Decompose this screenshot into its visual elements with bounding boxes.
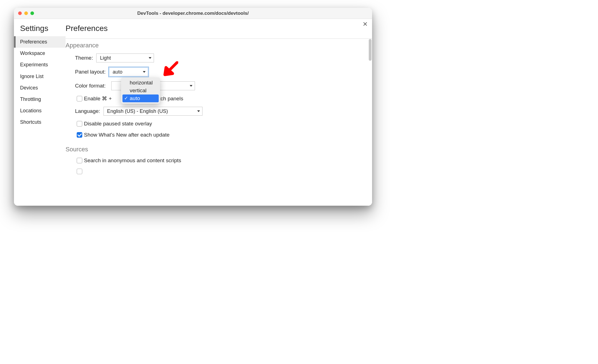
titlebar: DevTools - developer.chrome.com/docs/dev… xyxy=(14,8,372,19)
row-disable-paused-overlay: Disable paused state overlay xyxy=(77,121,366,127)
sidebar-item-ignore-list[interactable]: Ignore List xyxy=(14,71,66,82)
minimize-window-icon[interactable] xyxy=(24,11,28,15)
language-select-value: English (US) - English (US) xyxy=(107,108,168,114)
settings-sidebar: Settings Preferences Workspace Experimen… xyxy=(14,19,66,206)
theme-label: Theme: xyxy=(75,55,93,61)
annotation-arrow-icon xyxy=(163,61,178,76)
chevron-down-icon xyxy=(190,85,192,87)
theme-select-value: Light xyxy=(100,55,111,61)
sidebar-item-locations[interactable]: Locations xyxy=(14,105,66,117)
preferences-scroll-region: Appearance Theme: Light Panel layout: au… xyxy=(66,38,368,206)
panel-layout-option-auto[interactable]: auto xyxy=(122,94,159,102)
row-panel-layout: Panel layout: auto horizontal vertical a… xyxy=(75,67,366,76)
settings-title: Settings xyxy=(20,24,66,33)
row-theme: Theme: Light xyxy=(75,54,366,62)
main-panel: Preferences Appearance Theme: Light Pane… xyxy=(66,19,372,206)
cutoff-checkbox[interactable] xyxy=(77,169,82,174)
row-search-anon-scripts: Search in anonymous and content scripts xyxy=(77,157,366,164)
sidebar-item-workspace[interactable]: Workspace xyxy=(14,48,66,59)
language-label: Language: xyxy=(75,108,100,114)
page-title: Preferences xyxy=(66,24,372,33)
chevron-down-icon xyxy=(197,110,200,112)
color-format-label: Color format: xyxy=(75,83,106,89)
row-color-format: Color format: xyxy=(75,81,366,90)
search-anon-scripts-checkbox[interactable] xyxy=(77,158,82,163)
window-title: DevTools - developer.chrome.com/docs/dev… xyxy=(14,11,372,16)
enable-cmd-switch-panels-checkbox[interactable] xyxy=(77,96,82,101)
row-show-whats-new: Show What's New after each update xyxy=(77,132,366,138)
panel-layout-dropdown: horizontal vertical auto xyxy=(121,77,160,104)
window-controls xyxy=(14,11,34,15)
show-whats-new-checkbox[interactable] xyxy=(77,132,82,138)
theme-select[interactable]: Light xyxy=(96,54,154,62)
section-title-sources: Sources xyxy=(66,146,366,153)
enable-cmd-prefix: Enable ⌘ + xyxy=(84,95,112,102)
panel-layout-select-value: auto xyxy=(113,69,122,75)
section-title-appearance: Appearance xyxy=(66,42,366,49)
sidebar-item-throttling[interactable]: Throttling xyxy=(14,94,66,105)
panel-layout-option-horizontal[interactable]: horizontal xyxy=(122,79,159,87)
show-whats-new-label: Show What's New after each update xyxy=(84,132,170,138)
panel-layout-option-vertical[interactable]: vertical xyxy=(122,87,159,94)
language-select[interactable]: English (US) - English (US) xyxy=(103,107,202,116)
zoom-window-icon[interactable] xyxy=(30,11,34,15)
chevron-down-icon xyxy=(149,57,151,59)
scrollbar[interactable] xyxy=(369,39,372,61)
sidebar-item-devices[interactable]: Devices xyxy=(14,82,66,94)
search-anon-scripts-label: Search in anonymous and content scripts xyxy=(84,157,181,164)
sidebar-item-preferences[interactable]: Preferences xyxy=(14,36,66,48)
disable-paused-overlay-label: Disable paused state overlay xyxy=(84,121,152,127)
row-enable-cmd-switch-panels: Enable ⌘ + switch panels xyxy=(77,95,366,102)
panel-layout-select[interactable]: auto xyxy=(109,67,148,76)
sidebar-item-experiments[interactable]: Experiments xyxy=(14,59,66,71)
row-language: Language: English (US) - English (US) xyxy=(75,107,366,116)
chevron-down-icon xyxy=(143,71,146,73)
panel-layout-label: Panel layout: xyxy=(75,69,106,75)
sidebar-item-shortcuts[interactable]: Shortcuts xyxy=(14,117,66,128)
row-cutoff xyxy=(77,169,366,174)
app-window: DevTools - developer.chrome.com/docs/dev… xyxy=(14,8,372,206)
close-window-icon[interactable] xyxy=(18,11,22,15)
disable-paused-overlay-checkbox[interactable] xyxy=(77,121,82,127)
